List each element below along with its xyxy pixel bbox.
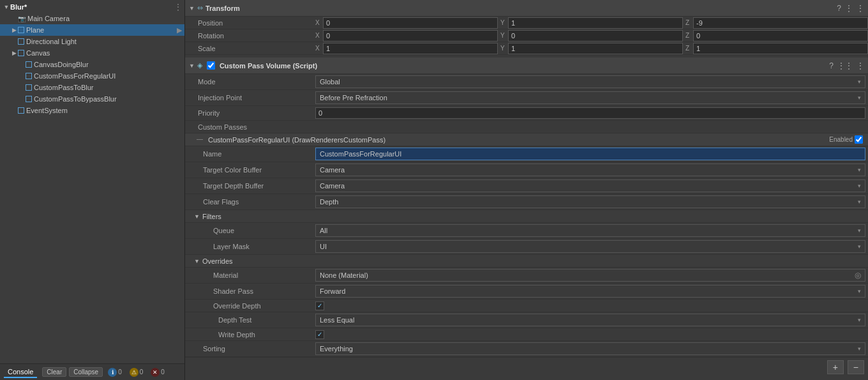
tree-item-canvas[interactable]: ▶ Canvas xyxy=(0,47,184,59)
target-depth-row: Target Depth Buffer Camera ▾ xyxy=(185,178,868,194)
es-arrow xyxy=(10,107,18,114)
tree-item-event-system[interactable]: EventSystem xyxy=(0,105,184,116)
material-select-icon[interactable]: ◎ xyxy=(855,271,861,280)
write-depth-checkbox[interactable]: ✓ xyxy=(315,330,324,339)
hierarchy-tree: ▼ Blur* ⋮ 📷 Main Camera ▶ Plane ▶ xyxy=(0,0,184,363)
info-icon: ℹ xyxy=(108,368,117,377)
material-row: Material None (Material) ◎ xyxy=(185,268,868,284)
shader-pass-row: Shader Pass Forward ▾ xyxy=(185,284,868,300)
cpv-title: Custom Pass Volume (Script) xyxy=(220,62,827,70)
rotation-y-field: Y xyxy=(498,30,683,42)
injection-dropdown[interactable]: Before Pre Refraction ▾ xyxy=(315,91,865,104)
cpv-settings-icon[interactable]: ⋮⋮ xyxy=(837,61,853,70)
queue-dropdown[interactable]: All ▾ xyxy=(315,224,865,237)
rotation-z-field: Z xyxy=(683,30,868,42)
es-icon xyxy=(18,107,24,114)
tree-item-custom-pass-regular[interactable]: CustomPassForRegularUI xyxy=(0,70,184,82)
scale-z-label: Z xyxy=(683,45,693,52)
console-tab[interactable]: Console xyxy=(4,367,37,378)
tree-item-main-camera[interactable]: 📷 Main Camera xyxy=(0,13,184,24)
root-kebab[interactable]: ⋮ xyxy=(174,3,182,11)
transform-section-header[interactable]: ▼ ⇔ Transform ? ⋮ ⋮ xyxy=(185,0,868,17)
pos-x-label: X xyxy=(313,19,323,26)
bottom-actions: + − xyxy=(185,357,868,377)
position-x-input[interactable] xyxy=(323,17,498,29)
sorting-dropdown[interactable]: Everything ▾ xyxy=(315,342,865,355)
rotation-x-input[interactable] xyxy=(323,30,498,42)
override-depth-checkbox[interactable]: ✓ xyxy=(315,301,324,310)
injection-chevron: ▾ xyxy=(858,95,861,101)
target-color-dropdown[interactable]: Camera ▾ xyxy=(315,163,865,176)
clear-flags-dropdown[interactable]: Depth ▾ xyxy=(315,195,865,208)
custom-passes-row: Custom Passes xyxy=(185,121,868,133)
clear-flags-row: Clear Flags Depth ▾ xyxy=(185,194,868,210)
priority-input[interactable] xyxy=(315,107,865,119)
clear-button[interactable]: Clear xyxy=(42,367,66,377)
custom-passes-value xyxy=(313,126,868,128)
cpv-kebab-icon[interactable]: ⋮ xyxy=(857,61,864,70)
depth-test-chevron: ▾ xyxy=(858,317,861,323)
filters-header[interactable]: ▼ Filters xyxy=(185,210,868,223)
priority-row: Priority xyxy=(185,106,868,121)
cpb-arrow xyxy=(18,84,26,91)
shader-pass-dropdown[interactable]: Forward ▾ xyxy=(315,285,865,298)
material-value: None (Material) ◎ xyxy=(313,268,868,283)
mode-dropdown[interactable]: Global ▾ xyxy=(315,75,865,88)
cpv-help-icon[interactable]: ? xyxy=(829,61,834,70)
rotation-y-input[interactable] xyxy=(508,30,683,42)
tree-item-canvas-doing-blur[interactable]: CanvasDoingBlur xyxy=(0,59,184,70)
hierarchy-root[interactable]: ▼ Blur* ⋮ xyxy=(0,1,184,13)
plane-icon xyxy=(18,27,24,33)
position-y-field: Y xyxy=(498,17,683,29)
hierarchy-panel: ▼ Blur* ⋮ 📷 Main Camera ▶ Plane ▶ xyxy=(0,0,185,380)
tree-item-custom-pass-blur[interactable]: CustomPassToBlur xyxy=(0,82,184,93)
rot-z-label: Z xyxy=(683,32,693,39)
transform-kebab-icon[interactable]: ⋮ xyxy=(857,4,864,13)
cpv-enabled-checkbox[interactable] xyxy=(207,61,215,70)
injection-value: Before Pre Refraction ▾ xyxy=(313,90,868,105)
pass-title: CustomPassForRegularUI (DrawRenderersCus… xyxy=(208,136,385,144)
position-label: Position xyxy=(185,18,313,28)
priority-value xyxy=(313,106,868,120)
layer-mask-dropdown[interactable]: UI ▾ xyxy=(315,240,865,253)
pass-name-input[interactable] xyxy=(315,148,865,160)
plane-arrow: ▶ xyxy=(10,27,18,33)
remove-pass-button[interactable]: − xyxy=(848,360,864,374)
scale-x-input[interactable] xyxy=(323,43,498,54)
cpv-actions: ? ⋮⋮ ⋮ xyxy=(829,61,864,70)
add-pass-button[interactable]: + xyxy=(827,360,844,374)
collapse-button[interactable]: Collapse xyxy=(69,367,103,377)
overrides-arrow: ▼ xyxy=(194,258,200,264)
write-depth-value: ✓ xyxy=(313,329,868,340)
transform-settings-icon[interactable]: ⋮ xyxy=(845,4,853,13)
queue-value: All ▾ xyxy=(313,223,868,238)
pass-name-value xyxy=(313,146,868,162)
material-field[interactable]: None (Material) ◎ xyxy=(315,269,865,282)
rotation-z-input[interactable] xyxy=(693,30,868,42)
pass-name-label: Name xyxy=(185,149,313,159)
rotation-label: Rotation xyxy=(185,31,313,41)
scale-y-input[interactable] xyxy=(508,43,683,54)
tree-item-directional-light[interactable]: Directional Light xyxy=(0,36,184,47)
light-label: Directional Light xyxy=(26,38,77,45)
position-z-field: Z xyxy=(683,17,868,29)
cdb-arrow xyxy=(18,61,26,68)
position-y-input[interactable] xyxy=(508,17,683,29)
clear-flags-label: Clear Flags xyxy=(185,197,313,207)
depth-test-dropdown[interactable]: Less Equal ▾ xyxy=(315,314,865,326)
canvas-label: Canvas xyxy=(26,49,50,57)
scale-z-input[interactable] xyxy=(693,43,868,54)
transform-help-icon[interactable]: ? xyxy=(837,4,841,13)
canvas-arrow: ▶ xyxy=(10,50,18,56)
target-depth-dropdown[interactable]: Camera ▾ xyxy=(315,179,865,192)
layer-mask-label: Layer Mask xyxy=(185,241,313,252)
position-z-input[interactable] xyxy=(693,17,868,29)
canvas-icon xyxy=(18,50,24,56)
tree-item-plane[interactable]: ▶ Plane ▶ xyxy=(0,24,184,36)
tree-item-custom-pass-bypass[interactable]: CustomPassToBypassBlur xyxy=(0,93,184,105)
overrides-header[interactable]: ▼ Overrides xyxy=(185,255,868,268)
depth-test-row: Depth Test Less Equal ▾ xyxy=(185,312,868,328)
pass-enabled-checkbox[interactable] xyxy=(855,135,863,144)
rot-y-label: Y xyxy=(498,32,508,39)
cpv-section-header[interactable]: ▼ ◈ Custom Pass Volume (Script) ? ⋮⋮ ⋮ xyxy=(185,57,868,74)
